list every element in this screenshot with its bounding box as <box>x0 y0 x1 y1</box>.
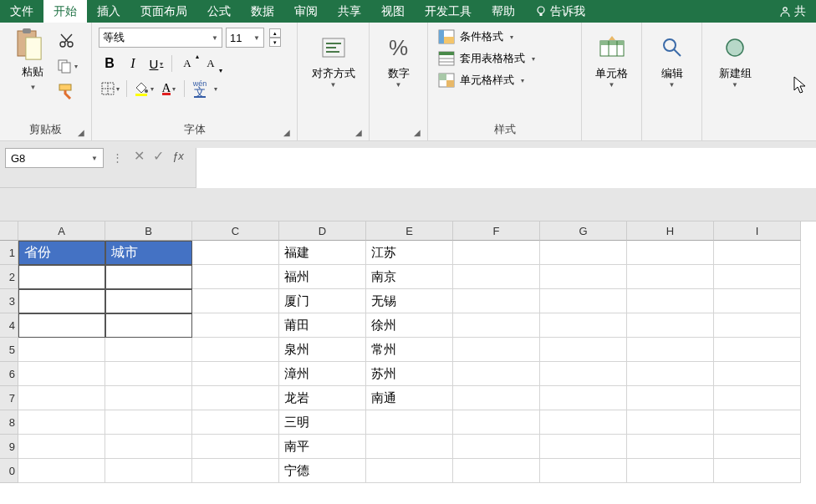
copy-button[interactable]: ▾ <box>56 56 78 76</box>
row-header[interactable]: 8 <box>0 410 18 435</box>
cell[interactable] <box>453 265 540 289</box>
cell[interactable] <box>540 289 627 313</box>
cell[interactable] <box>18 338 105 362</box>
cell[interactable] <box>714 338 801 362</box>
row-header[interactable]: 0 <box>0 459 18 483</box>
cell[interactable] <box>105 313 192 338</box>
worksheet-grid[interactable]: 1 2 3 4 5 6 7 8 9 0 A B C D E F G H I 省份… <box>0 221 816 483</box>
paste-button[interactable]: 粘贴 ▼ <box>14 28 51 92</box>
cell[interactable]: 南平 <box>279 435 366 459</box>
cell[interactable] <box>627 289 714 313</box>
cell[interactable] <box>714 265 801 289</box>
cell[interactable] <box>453 459 540 483</box>
cell[interactable] <box>453 313 540 338</box>
cell[interactable] <box>18 410 105 435</box>
cell[interactable] <box>714 362 801 386</box>
borders-button[interactable]: ▾ <box>99 78 122 99</box>
cell[interactable] <box>453 338 540 362</box>
dialog-launcher-icon[interactable]: ◢ <box>414 128 421 137</box>
cell[interactable] <box>453 289 540 313</box>
shrink-font-button[interactable]: A▾ <box>200 53 222 74</box>
cell[interactable] <box>627 338 714 362</box>
col-header[interactable]: I <box>714 221 801 241</box>
cell[interactable] <box>453 362 540 386</box>
col-header[interactable]: G <box>540 221 627 241</box>
grow-font-button[interactable]: A▴ <box>176 53 198 74</box>
col-header[interactable]: C <box>192 221 279 241</box>
cell[interactable] <box>105 435 192 459</box>
cell[interactable]: 厦门 <box>279 289 366 313</box>
cell[interactable] <box>18 313 105 338</box>
underline-button[interactable]: U▾ <box>145 53 167 74</box>
cell[interactable] <box>192 435 279 459</box>
fill-color-button[interactable]: ▾ <box>131 78 156 99</box>
font-name-combo[interactable]: 等线 ▼ <box>99 28 222 48</box>
cell[interactable]: 福州 <box>279 265 366 289</box>
menu-page-layout[interactable]: 页面布局 <box>130 0 197 23</box>
cell[interactable] <box>192 313 279 338</box>
cell[interactable]: 南通 <box>366 386 453 410</box>
menu-home[interactable]: 开始 <box>43 0 87 23</box>
conditional-format-button[interactable]: 条件格式 ▾ <box>435 28 574 46</box>
cell[interactable] <box>714 313 801 338</box>
table-format-button[interactable]: 套用表格格式 ▾ <box>435 49 574 68</box>
cell[interactable] <box>540 459 627 483</box>
cell[interactable] <box>627 386 714 410</box>
cell[interactable] <box>714 386 801 410</box>
cell[interactable] <box>18 289 105 313</box>
decrease-font-icon[interactable]: ▾ <box>269 38 281 47</box>
cell[interactable] <box>18 386 105 410</box>
cell[interactable] <box>540 338 627 362</box>
cell[interactable]: 省份 <box>18 241 105 265</box>
row-header[interactable]: 3 <box>0 289 18 313</box>
col-header[interactable]: D <box>279 221 366 241</box>
cell[interactable] <box>714 410 801 435</box>
cell[interactable] <box>627 459 714 483</box>
cell[interactable] <box>714 435 801 459</box>
cell[interactable] <box>105 338 192 362</box>
font-size-combo[interactable]: 11 ▼ <box>226 28 264 48</box>
font-color-button[interactable]: A ▾ <box>158 78 180 99</box>
format-painter-button[interactable] <box>56 81 78 101</box>
cell[interactable]: 城市 <box>105 241 192 265</box>
menu-review[interactable]: 审阅 <box>284 0 328 23</box>
number-format-button[interactable]: % 数字 ▼ <box>381 28 416 92</box>
cell[interactable] <box>105 386 192 410</box>
menu-data[interactable]: 数据 <box>241 0 284 23</box>
phonetic-guide-button[interactable]: wén 文 <box>189 78 211 99</box>
menu-file[interactable]: 文件 <box>0 0 43 23</box>
cell[interactable] <box>192 241 279 265</box>
cell[interactable] <box>105 289 192 313</box>
cell[interactable] <box>540 410 627 435</box>
cell[interactable] <box>105 459 192 483</box>
cell[interactable]: 常州 <box>366 338 453 362</box>
cell[interactable] <box>714 289 801 313</box>
cell[interactable] <box>540 313 627 338</box>
cell[interactable]: 漳州 <box>279 362 366 386</box>
fx-icon[interactable]: ƒx <box>172 150 184 162</box>
row-header[interactable]: 9 <box>0 435 18 459</box>
menu-formulas[interactable]: 公式 <box>197 0 241 23</box>
row-header[interactable]: 2 <box>0 265 18 289</box>
cell[interactable]: 三明 <box>279 410 366 435</box>
cell[interactable] <box>366 410 453 435</box>
cell[interactable] <box>18 459 105 483</box>
cell[interactable] <box>105 362 192 386</box>
cell[interactable] <box>192 386 279 410</box>
cell[interactable] <box>627 362 714 386</box>
cell[interactable] <box>192 362 279 386</box>
menu-view[interactable]: 视图 <box>371 0 415 23</box>
menu-account-share[interactable]: 共 <box>769 0 816 23</box>
cell[interactable] <box>192 265 279 289</box>
formula-input[interactable] <box>196 148 816 188</box>
increase-font-icon[interactable]: ▴ <box>269 28 281 38</box>
italic-button[interactable]: I <box>122 53 144 74</box>
cell[interactable] <box>540 435 627 459</box>
col-header[interactable]: B <box>105 221 192 241</box>
col-header[interactable]: A <box>18 221 105 241</box>
editing-button[interactable]: 编辑 ▼ <box>654 28 691 92</box>
dialog-launcher-icon[interactable]: ◢ <box>355 128 362 137</box>
col-header[interactable]: F <box>453 221 540 241</box>
col-header[interactable]: H <box>627 221 714 241</box>
cell[interactable]: 南京 <box>366 265 453 289</box>
